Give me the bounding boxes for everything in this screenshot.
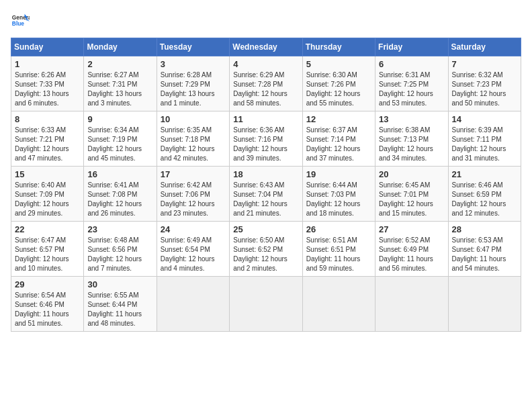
weekday-header-sunday: Sunday (11, 38, 84, 56)
day-info: Sunrise: 6:47 AM Sunset: 6:57 PM Dayligh… (15, 236, 80, 273)
weekday-header-wednesday: Wednesday (230, 38, 302, 56)
calendar-cell: 24 Sunrise: 6:49 AM Sunset: 6:54 PM Dayl… (157, 222, 229, 277)
day-number: 12 (306, 114, 371, 124)
calendar-cell: 14 Sunrise: 6:39 AM Sunset: 7:11 PM Dayl… (448, 111, 521, 167)
day-number: 9 (87, 114, 152, 124)
calendar-cell: 12 Sunrise: 6:37 AM Sunset: 7:14 PM Dayl… (302, 111, 375, 167)
day-info: Sunrise: 6:28 AM Sunset: 7:29 PM Dayligh… (161, 71, 226, 108)
day-number: 24 (161, 224, 226, 234)
day-number: 16 (87, 169, 152, 179)
day-number: 23 (87, 224, 152, 234)
calendar-cell: 3 Sunrise: 6:28 AM Sunset: 7:29 PM Dayli… (157, 56, 229, 111)
day-number: 3 (161, 59, 226, 69)
day-info: Sunrise: 6:44 AM Sunset: 7:03 PM Dayligh… (306, 181, 371, 218)
calendar-cell: 11 Sunrise: 6:36 AM Sunset: 7:16 PM Dayl… (230, 111, 302, 167)
page-header: General Blue (11, 11, 521, 30)
svg-text:Blue: Blue (12, 20, 24, 27)
day-info: Sunrise: 6:31 AM Sunset: 7:25 PM Dayligh… (379, 71, 444, 108)
calendar-cell (375, 277, 448, 332)
day-number: 21 (452, 169, 517, 179)
calendar-cell (302, 277, 375, 332)
day-info: Sunrise: 6:51 AM Sunset: 6:51 PM Dayligh… (306, 236, 371, 273)
day-info: Sunrise: 6:27 AM Sunset: 7:31 PM Dayligh… (87, 71, 152, 108)
calendar-cell: 28 Sunrise: 6:53 AM Sunset: 6:47 PM Dayl… (448, 222, 521, 277)
calendar-table: SundayMondayTuesdayWednesdayThursdayFrid… (11, 38, 521, 332)
day-info: Sunrise: 6:41 AM Sunset: 7:08 PM Dayligh… (87, 181, 152, 218)
day-info: Sunrise: 6:40 AM Sunset: 7:09 PM Dayligh… (15, 181, 80, 218)
day-info: Sunrise: 6:26 AM Sunset: 7:33 PM Dayligh… (15, 71, 80, 108)
day-number: 11 (233, 114, 298, 124)
calendar-cell: 5 Sunrise: 6:30 AM Sunset: 7:26 PM Dayli… (302, 56, 375, 111)
day-info: Sunrise: 6:55 AM Sunset: 6:44 PM Dayligh… (87, 291, 152, 328)
calendar-cell: 27 Sunrise: 6:52 AM Sunset: 6:49 PM Dayl… (375, 222, 448, 277)
weekday-header-thursday: Thursday (302, 38, 375, 56)
day-info: Sunrise: 6:49 AM Sunset: 6:54 PM Dayligh… (161, 236, 226, 273)
calendar-cell: 19 Sunrise: 6:44 AM Sunset: 7:03 PM Dayl… (302, 167, 375, 222)
calendar-cell: 13 Sunrise: 6:38 AM Sunset: 7:13 PM Dayl… (375, 111, 448, 167)
calendar-cell: 23 Sunrise: 6:48 AM Sunset: 6:56 PM Dayl… (84, 222, 157, 277)
calendar-week-row: 29 Sunrise: 6:54 AM Sunset: 6:46 PM Dayl… (11, 277, 521, 332)
weekday-header-row: SundayMondayTuesdayWednesdayThursdayFrid… (11, 38, 521, 56)
weekday-header-saturday: Saturday (448, 38, 521, 56)
calendar-cell: 26 Sunrise: 6:51 AM Sunset: 6:51 PM Dayl… (302, 222, 375, 277)
calendar-cell: 25 Sunrise: 6:50 AM Sunset: 6:52 PM Dayl… (230, 222, 302, 277)
calendar-cell: 1 Sunrise: 6:26 AM Sunset: 7:33 PM Dayli… (11, 56, 84, 111)
logo-icon: General Blue (11, 11, 30, 30)
calendar-cell: 10 Sunrise: 6:35 AM Sunset: 7:18 PM Dayl… (157, 111, 229, 167)
day-number: 27 (379, 224, 444, 234)
day-number: 10 (161, 114, 226, 124)
calendar-cell: 9 Sunrise: 6:34 AM Sunset: 7:19 PM Dayli… (84, 111, 157, 167)
weekday-header-friday: Friday (375, 38, 448, 56)
day-number: 13 (379, 114, 444, 124)
day-info: Sunrise: 6:32 AM Sunset: 7:23 PM Dayligh… (452, 71, 517, 108)
calendar-cell: 4 Sunrise: 6:29 AM Sunset: 7:28 PM Dayli… (230, 56, 302, 111)
calendar-cell: 30 Sunrise: 6:55 AM Sunset: 6:44 PM Dayl… (84, 277, 157, 332)
day-info: Sunrise: 6:37 AM Sunset: 7:14 PM Dayligh… (306, 126, 371, 163)
logo: General Blue (11, 11, 32, 30)
calendar-cell: 29 Sunrise: 6:54 AM Sunset: 6:46 PM Dayl… (11, 277, 84, 332)
day-number: 1 (15, 59, 80, 69)
calendar-week-row: 1 Sunrise: 6:26 AM Sunset: 7:33 PM Dayli… (11, 56, 521, 111)
day-number: 28 (452, 224, 517, 234)
calendar-week-row: 22 Sunrise: 6:47 AM Sunset: 6:57 PM Dayl… (11, 222, 521, 277)
calendar-cell: 17 Sunrise: 6:42 AM Sunset: 7:06 PM Dayl… (157, 167, 229, 222)
day-info: Sunrise: 6:52 AM Sunset: 6:49 PM Dayligh… (379, 236, 444, 273)
calendar-cell: 16 Sunrise: 6:41 AM Sunset: 7:08 PM Dayl… (84, 167, 157, 222)
day-number: 2 (87, 59, 152, 69)
day-info: Sunrise: 6:42 AM Sunset: 7:06 PM Dayligh… (161, 181, 226, 218)
day-info: Sunrise: 6:45 AM Sunset: 7:01 PM Dayligh… (379, 181, 444, 218)
weekday-header-monday: Monday (84, 38, 157, 56)
day-info: Sunrise: 6:38 AM Sunset: 7:13 PM Dayligh… (379, 126, 444, 163)
calendar-cell: 21 Sunrise: 6:46 AM Sunset: 6:59 PM Dayl… (448, 167, 521, 222)
day-number: 22 (15, 224, 80, 234)
day-number: 29 (15, 279, 80, 289)
day-info: Sunrise: 6:48 AM Sunset: 6:56 PM Dayligh… (87, 236, 152, 273)
calendar-cell: 20 Sunrise: 6:45 AM Sunset: 7:01 PM Dayl… (375, 167, 448, 222)
day-number: 6 (379, 59, 444, 69)
day-number: 15 (15, 169, 80, 179)
day-info: Sunrise: 6:54 AM Sunset: 6:46 PM Dayligh… (15, 291, 80, 328)
calendar-cell: 6 Sunrise: 6:31 AM Sunset: 7:25 PM Dayli… (375, 56, 448, 111)
day-number: 4 (233, 59, 298, 69)
day-info: Sunrise: 6:35 AM Sunset: 7:18 PM Dayligh… (161, 126, 226, 163)
calendar-week-row: 15 Sunrise: 6:40 AM Sunset: 7:09 PM Dayl… (11, 167, 521, 222)
calendar-cell (230, 277, 302, 332)
day-number: 5 (306, 59, 371, 69)
calendar-cell: 15 Sunrise: 6:40 AM Sunset: 7:09 PM Dayl… (11, 167, 84, 222)
calendar-cell (448, 277, 521, 332)
day-info: Sunrise: 6:29 AM Sunset: 7:28 PM Dayligh… (233, 71, 298, 108)
day-info: Sunrise: 6:39 AM Sunset: 7:11 PM Dayligh… (452, 126, 517, 163)
day-number: 20 (379, 169, 444, 179)
day-info: Sunrise: 6:33 AM Sunset: 7:21 PM Dayligh… (15, 126, 80, 163)
day-number: 17 (161, 169, 226, 179)
day-number: 14 (452, 114, 517, 124)
day-number: 30 (87, 279, 152, 289)
calendar-cell: 2 Sunrise: 6:27 AM Sunset: 7:31 PM Dayli… (84, 56, 157, 111)
day-number: 7 (452, 59, 517, 69)
day-info: Sunrise: 6:36 AM Sunset: 7:16 PM Dayligh… (233, 126, 298, 163)
calendar-cell (157, 277, 229, 332)
calendar-cell: 7 Sunrise: 6:32 AM Sunset: 7:23 PM Dayli… (448, 56, 521, 111)
day-number: 26 (306, 224, 371, 234)
day-info: Sunrise: 6:53 AM Sunset: 6:47 PM Dayligh… (452, 236, 517, 273)
calendar-cell: 22 Sunrise: 6:47 AM Sunset: 6:57 PM Dayl… (11, 222, 84, 277)
